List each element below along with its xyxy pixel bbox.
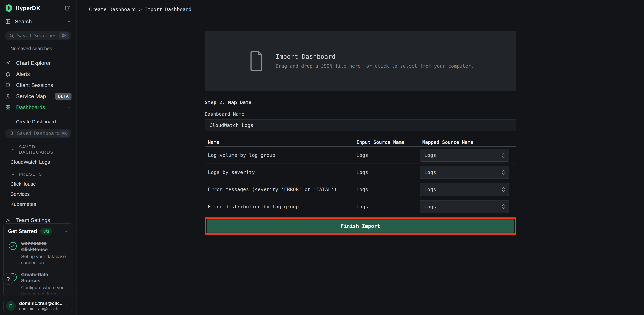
step-label: Step 2: Map Data [205,100,516,105]
avatar: D [6,301,16,311]
preset-link-clickhouse[interactable]: ClickHouse [10,181,72,187]
main-area: Create Dashboard > Import Dashboard Impo… [77,0,644,315]
create-dashboard-button[interactable]: + Create Dashboard [10,119,72,125]
column-header-input-source: Input Source Name [356,140,420,145]
team-settings-label: Team Settings [16,217,50,223]
get-started-task[interactable]: Create Data Sources Configure where your… [8,271,68,296]
sidebar-nav: Chart Explorer Alerts Client Sessions [0,58,76,113]
mapped-source-select[interactable]: Logs [420,149,509,162]
table-row: Error distribution by log group Logs Log… [205,198,516,215]
sidebar-item-label: Alerts [16,71,30,77]
input-source-name: Logs [356,187,420,192]
selected-source: Logs [424,152,436,158]
annotation-highlight: Finish Import [205,217,516,235]
laptop-icon [5,82,12,88]
chevron-down-icon [11,172,16,177]
presets-group[interactable]: PRESETS [11,172,72,177]
finish-import-button[interactable]: Finish Import [207,219,514,232]
preset-link-kubernetes[interactable]: Kubernetes [10,201,72,207]
import-dashboard-content: Import Dashboard Drag and drop a JSON fi… [205,19,516,235]
sidebar: HyperDX Search [0,0,77,315]
select-chevrons-icon [501,203,506,210]
get-started-progress-badge: 3/3 [40,228,52,235]
sidebar-item-label: Service Map [16,93,46,99]
select-chevrons-icon [501,186,506,193]
shortcut-chip: ⌘K [60,32,69,39]
file-icon [247,50,266,72]
saved-searches-search[interactable]: ⌘K [5,31,72,40]
sidebar-item-team-settings[interactable]: Team Settings [5,217,72,223]
mapped-source-select[interactable]: Logs [420,183,509,196]
saved-dashboards-input[interactable] [17,131,60,136]
user-menu[interactable]: D dominic.tran@clic... dominic.tran@clic… [3,300,73,312]
beta-badge: BETA [55,93,72,100]
mapped-source-select[interactable]: Logs [420,200,509,213]
chart-name: Error distribution by log group [205,204,356,210]
selected-source: Logs [424,187,436,192]
sidebar-collapse-icon[interactable] [64,4,72,12]
input-source-name: Logs [356,169,420,175]
chevron-up-icon [66,105,72,110]
get-started-card: Get Started 3/3 Connect to ClickHouse Se… [3,223,73,296]
chevron-down-icon [11,147,16,152]
selected-source: Logs [424,204,436,210]
select-chevrons-icon [501,169,506,176]
search-section-label: Search [15,19,32,25]
chart-explorer-icon [5,60,12,66]
column-header-name: Name [205,140,356,145]
bell-icon [5,71,12,77]
task-subtitle: Configure where your data comes from [21,285,68,296]
saved-dashboards-group[interactable]: SAVED DASHBOARDS [11,144,72,155]
logo-row: HyperDX [0,0,76,17]
user-name: dominic.tran@clic... [19,301,64,306]
saved-dashboards-search[interactable]: ⌘K [5,129,72,138]
task-title: Create Data Sources [21,271,68,284]
sidebar-item-service-map[interactable]: Service Map BETA [0,91,76,102]
dashboard-name-input[interactable] [205,119,516,131]
json-dropzone[interactable]: Import Dashboard Drag and drop a JSON fi… [205,31,516,91]
hyperdx-logo-icon [5,4,12,13]
sidebar-section-search[interactable]: Search [0,17,76,27]
app-title: HyperDX [16,5,64,12]
search-icon [9,131,14,136]
dropzone-subtitle: Drag and drop a JSON file here, or click… [276,63,474,69]
presets-group-label: PRESETS [19,172,42,177]
chart-name: Error messages (severity 'ERROR' or 'FAT… [205,187,356,192]
chevron-up-icon[interactable] [64,229,68,234]
chart-name: Logs by severity [205,169,356,175]
dropzone-title: Import Dashboard [276,53,474,60]
shortcut-chip: ⌘K [60,130,69,137]
mapped-source-select[interactable]: Logs [420,166,509,179]
saved-dashboards-group-label: SAVED DASHBOARDS [19,144,72,155]
plus-icon: + [10,119,13,125]
table-header-row: Name Input Source Name Mapped Source Nam… [205,138,516,147]
preset-link-services[interactable]: Services [10,191,72,197]
table-row: Error messages (severity 'ERROR' or 'FAT… [205,181,516,198]
no-saved-searches-text: No saved searches [10,46,72,51]
sidebar-item-chart-explorer[interactable]: Chart Explorer [0,58,76,69]
input-source-name: Logs [356,204,420,210]
gear-icon [5,217,12,223]
column-header-mapped-source: Mapped Source Name [420,140,516,145]
table-row: Log volume by log group Logs Logs [205,147,516,164]
dashboard-name-label: Dashboard Name [205,111,516,117]
sidebar-item-label: Dashboards [16,104,45,111]
help-label: ? [6,276,10,282]
help-button[interactable]: ? [2,273,14,285]
chevron-up-icon [66,19,72,24]
search-icon [9,33,14,38]
task-subtitle: Set up your database connection [21,253,68,266]
task-title: Connect to ClickHouse [21,240,68,252]
select-chevrons-icon [501,152,506,159]
dashboard-link-cloudwatch-logs[interactable]: CloudWatch Logs [10,159,72,165]
get-started-task[interactable]: Connect to ClickHouse Set up your databa… [8,240,68,266]
breadcrumb: Create Dashboard > Import Dashboard [89,7,192,12]
sidebar-item-client-sessions[interactable]: Client Sessions [0,80,76,91]
sidebar-item-dashboards[interactable]: Dashboards [0,102,76,113]
sidebar-item-alerts[interactable]: Alerts [0,69,76,80]
table-row: Logs by severity Logs Logs [205,164,516,181]
service-map-icon [5,93,12,99]
chevron-right-icon [64,303,70,308]
saved-searches-input[interactable] [17,33,60,39]
get-started-title: Get Started [8,228,37,234]
